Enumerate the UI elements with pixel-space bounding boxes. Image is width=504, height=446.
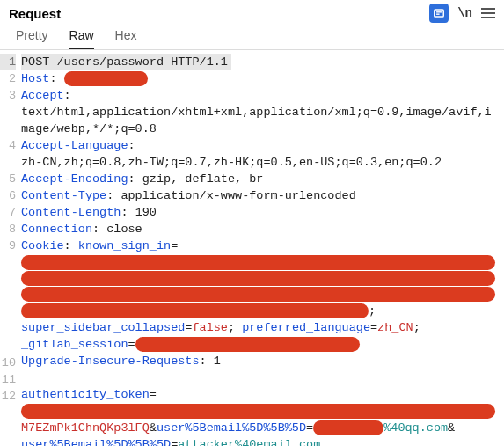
toolbar-right: \n [429,4,495,23]
cookie-key-sidebar: super_sidebar_collapsed [21,321,185,334]
line-number [0,154,16,171]
line-number: 8 [0,221,16,238]
panel-title: Request [9,6,61,21]
raw-editor[interactable]: 1 2 3 4 5 6 7 8 9 10 11 12 POST /users/p… [0,50,504,446]
header-val-accept-language: zh-CN,zh;q=0.8,zh-TW;q=0.7,zh-HK;q=0.5,e… [21,154,497,171]
render-display-icon[interactable] [429,4,449,23]
newline-toggle[interactable]: \n [457,6,472,20]
line-number [0,304,16,321]
line-number [0,338,16,355]
cookie-val-sidebar: false [192,321,228,334]
line-number [0,421,16,438]
svg-rect-0 [435,10,444,17]
redacted-cookie-line [21,303,369,318]
request-line: POST /users/password HTTP/1.1 [21,54,231,70]
line-number [0,438,16,446]
cookie-val-preflang: zh_CN [377,321,413,334]
header-val-connection: close [106,223,142,236]
hamburger-menu-icon[interactable] [481,8,495,18]
body-key-authenticity-token: authenticity_token [21,388,150,401]
header-val-content-type: application/x-www-form-urlencoded [121,189,355,202]
line-number: 6 [0,187,16,204]
line-number: 4 [0,137,16,154]
line-number [0,254,16,271]
line-number [0,288,16,304]
header-key-connection: Connection [21,223,92,236]
line-number: 5 [0,171,16,187]
body-param2-val: attacker%40email.com [178,438,320,446]
body-token-tail: M7EZmPk1ChnQKp3lFQ [21,421,150,435]
line-number: 10 [0,355,16,371]
redacted-cookie-line [21,287,495,302]
view-tabs: Pretty Raw Hex [0,23,504,50]
header-key-accept-language: Accept-Language [21,139,128,152]
line-number: 7 [0,204,16,221]
line-number: 2 [0,70,16,87]
line-number: 12 [0,388,16,405]
line-number [0,405,16,421]
body-param2-key: user%5Bemail%5D%5B%5D [21,438,171,446]
header-val-accept-encoding: gzip, deflate, br [142,172,264,186]
line-number [0,104,16,121]
line-gutter: 1 2 3 4 5 6 7 8 9 10 11 12 [0,54,18,446]
body-param1-tail: %40qq.com [383,421,448,435]
code-body[interactable]: POST /users/password HTTP/1.1 Host: Acce… [18,54,504,446]
line-number [0,321,16,338]
tab-pretty[interactable]: Pretty [16,28,48,49]
header-key-accept-encoding: Accept-Encoding [21,172,128,186]
header-key-host: Host [21,72,49,85]
redacted-token-line [21,404,495,419]
header-val-uir: 1 [214,355,221,368]
line-number: 9 [0,238,16,254]
header-key-content-type: Content-Type [21,189,106,202]
header-key-uir: Upgrade-Insecure-Requests [21,355,200,368]
header-key-accept: Accept [21,89,64,102]
body-param1-key: user%5Bemail%5D%5B%5D [157,421,306,435]
header-key-content-length: Content-Length [21,206,121,219]
redacted-email [313,420,383,435]
line-number: 3 [0,87,16,104]
redacted-cookie-line [21,255,495,270]
line-number: 1 [0,54,16,70]
line-number [0,271,16,288]
redacted-session [135,337,360,352]
header-val-content-length: 190 [135,206,157,219]
cookie-key-known-sign-in: known_sign_in [78,239,171,252]
cookie-key-preflang: preferred_language [242,321,370,334]
header-val-accept: text/html,application/xhtml+xml,applicat… [21,104,497,137]
redacted-cookie-line [21,271,495,286]
line-number [0,121,16,137]
tab-hex[interactable]: Hex [115,28,137,49]
redacted-host [64,71,148,86]
line-number: 11 [0,371,16,388]
header-key-cookie: Cookie [21,239,64,252]
cookie-key-gitlab-session: _gitlab_session [21,338,128,351]
tab-raw[interactable]: Raw [69,28,94,49]
